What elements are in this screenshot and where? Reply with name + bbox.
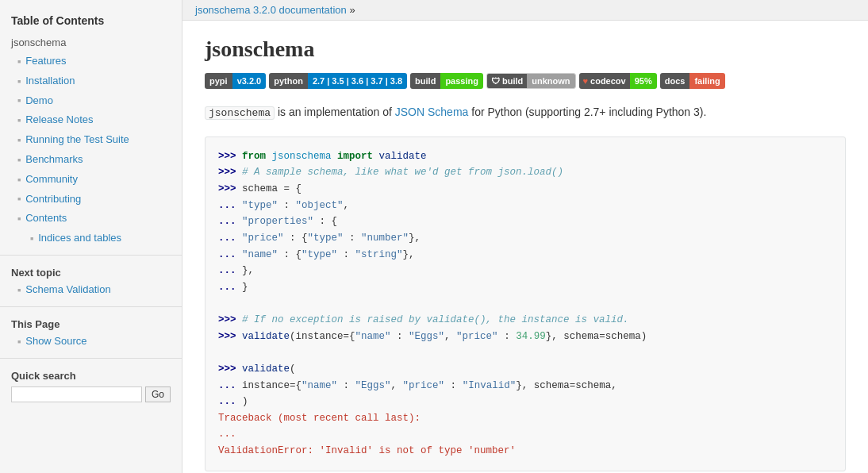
json-schema-link[interactable]: JSON Schema <box>395 106 469 118</box>
sidebar-item-label: Community <box>25 171 78 188</box>
badge-docs-right: failing <box>689 73 724 89</box>
code-line-3: >>> schema = { <box>218 181 832 198</box>
go-button[interactable]: Go <box>145 386 171 402</box>
shield-icon: 🛡 <box>491 77 500 86</box>
heart-icon: ♥ <box>583 77 589 86</box>
badge-python: python 2.7 | 3.5 | 3.6 | 3.7 | 3.8 <box>269 73 407 89</box>
description: jsonschema is an implementation of JSON … <box>205 103 846 122</box>
sidebar-item-label: Contributing <box>25 191 81 208</box>
main-content: jsonschema pypi v3.2.0 python 2.7 | 3.5 … <box>182 21 868 473</box>
code-line-5: ... "properties" : { <box>218 213 832 230</box>
toc-title: Table of Contents <box>0 10 182 33</box>
badge-build-right: passing <box>440 73 483 89</box>
badge-build-passing: build passing <box>410 73 483 89</box>
sidebar-item-release-notes[interactable]: Release Notes <box>0 110 182 130</box>
badge-pypi-right: v3.2.0 <box>232 73 267 89</box>
badge-build-left: build <box>410 73 440 89</box>
sidebar-item-installation[interactable]: Installation <box>0 71 182 91</box>
sidebar-item-label: Benchmarks <box>25 152 83 168</box>
code-line-1: >>> from jsonschema import validate <box>218 148 832 165</box>
sidebar: Table of Contents jsonschema Features In… <box>0 0 182 473</box>
sidebar-item-label: Running the Test Suite <box>25 132 129 148</box>
badge-codecov: ♥codecov 95% <box>579 73 657 89</box>
quick-search-head: Quick search <box>0 365 182 383</box>
code-line-7: ... "name" : {"type" : "string"}, <box>218 247 832 263</box>
badge-docs: docs failing <box>660 73 725 89</box>
code-line-15: ... instance={"name" : "Eggs", "price" :… <box>218 378 832 394</box>
topbar: jsonschema 3.2.0 documentation » <box>182 0 868 21</box>
badge-build-unknown-left: 🛡build <box>487 73 527 89</box>
badge-build-unknown: 🛡build unknown <box>486 73 576 89</box>
code-line-6: ... "price" : {"type" : "number"}, <box>218 230 832 247</box>
badge-pypi-left: pypi <box>205 73 232 89</box>
code-line-19: ValidationError: 'Invalid' is not of typ… <box>218 443 832 460</box>
search-row: Go <box>0 383 182 406</box>
code-line-12: >>> validate(instance={"name" : "Eggs", … <box>218 329 832 345</box>
badge-codecov-right: 95% <box>630 73 657 89</box>
code-line-16: ... ) <box>218 394 832 410</box>
code-line-2: >>> # A sample schema, like what we'd ge… <box>218 164 832 181</box>
code-block: >>> from jsonschema import validate >>> … <box>205 137 846 471</box>
code-line-8: ... }, <box>218 263 832 279</box>
badge-pypi: pypi v3.2.0 <box>205 73 266 89</box>
badge-docs-left: docs <box>660 73 690 89</box>
sidebar-item-demo[interactable]: Demo <box>0 91 182 111</box>
sidebar-item-label: Contents <box>25 210 67 227</box>
code-line-13 <box>218 344 832 361</box>
sidebar-divider-3 <box>0 358 182 359</box>
badge-python-right: 2.7 | 3.5 | 3.6 | 3.7 | 3.8 <box>308 73 407 89</box>
show-source-link[interactable]: Show Source <box>0 332 182 352</box>
code-line-18: ... <box>218 426 832 443</box>
sidebar-item-contributing[interactable]: Contributing <box>0 190 182 210</box>
sidebar-item-label: Release Notes <box>25 112 93 129</box>
code-line-4: ... "type" : "object", <box>218 198 832 214</box>
badge-python-left: python <box>269 73 308 89</box>
this-page-head: This Page <box>0 313 182 332</box>
page-title: jsonschema <box>205 37 846 62</box>
sidebar-item-label: Installation <box>25 73 75 90</box>
sidebar-subitem-indices[interactable]: Indices and tables <box>0 229 182 248</box>
sidebar-item-features[interactable]: Features <box>0 52 182 71</box>
show-source-label: Show Source <box>25 333 86 350</box>
topbar-separator: » <box>349 4 355 16</box>
badge-build-unknown-right: unknown <box>527 74 574 88</box>
next-topic-head: Next topic <box>0 262 182 280</box>
description-suffix: for Python (supporting 2.7+ including Py… <box>468 106 706 118</box>
sidebar-item-community[interactable]: Community <box>0 170 182 190</box>
sidebar-item-contents[interactable]: Contents <box>0 209 182 229</box>
code-line-17: Traceback (most recent call last): <box>218 410 832 427</box>
sidebar-divider-2 <box>0 306 182 307</box>
badge-codecov-left: ♥codecov <box>579 73 630 89</box>
next-topic-link-label: Schema Validation <box>25 282 110 298</box>
sidebar-item-benchmarks[interactable]: Benchmarks <box>0 150 182 170</box>
sidebar-item-running-test-suite[interactable]: Running the Test Suite <box>0 130 182 150</box>
sidebar-subitem-label: Indices and tables <box>38 230 121 247</box>
sidebar-item-label: Demo <box>25 93 53 110</box>
description-text: is an implementation of <box>275 106 395 118</box>
sidebar-item-label: Features <box>25 53 66 70</box>
badges-row: pypi v3.2.0 python 2.7 | 3.5 | 3.6 | 3.7… <box>205 73 846 89</box>
topbar-link[interactable]: jsonschema 3.2.0 documentation <box>195 4 347 16</box>
code-line-11: >>> # If no exception is raised by valid… <box>218 312 832 329</box>
code-line-14: >>> validate( <box>218 361 832 378</box>
code-line-9: ... } <box>218 279 832 296</box>
sidebar-divider-1 <box>0 255 182 256</box>
toc-top-section: jsonschema <box>0 33 182 52</box>
code-line-10 <box>218 295 832 312</box>
search-input[interactable] <box>11 386 142 402</box>
sidebar-next-topic-link[interactable]: Schema Validation <box>0 280 182 300</box>
jsonschema-code: jsonschema <box>205 106 275 120</box>
